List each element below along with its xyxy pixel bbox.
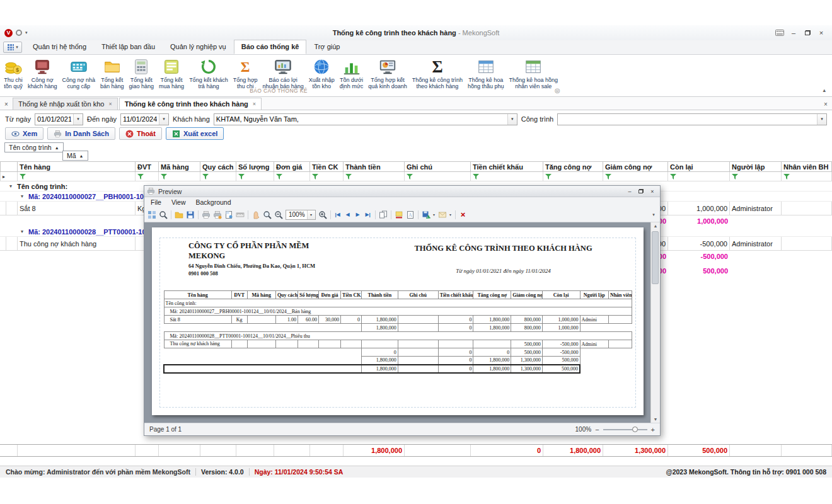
send-email-icon[interactable] <box>437 209 448 220</box>
column-header-nhan-vien-bh[interactable]: Nhân viên BH <box>782 161 832 172</box>
thumbnails-icon[interactable] <box>146 209 158 220</box>
print-list-button[interactable]: In Danh Sách <box>47 127 115 140</box>
doc-tab-thong-ke-nhap-xuat-ton-kho[interactable]: Thống kê nhập xuất tồn kho × <box>13 98 118 110</box>
ribbon-item-ton-duoi-dinh-muc[interactable]: Tồn dưới định mức <box>337 57 366 90</box>
tab-close-icon[interactable]: × <box>253 101 256 107</box>
preview-title-bar[interactable]: Preview – × <box>144 186 660 197</box>
cell-ten-hang[interactable]: Sắt 8 <box>18 202 136 215</box>
ribbon-item-thong-ke-cong-trinh-theo-khach-hang[interactable]: Σ Thống kê công trình theo khách hàng <box>410 57 465 90</box>
zoom-slider[interactable] <box>603 429 647 430</box>
ribbon-tab-thiet-lap-ban-dau[interactable]: Thiết lập ban đầu <box>94 40 163 54</box>
ribbon-item-tong-hop-ket-qua-kinh-doanh[interactable]: Tổng hợp kết quả kinh doanh <box>366 57 410 90</box>
group-by-chip-ma[interactable]: Mã ▲ <box>62 151 88 161</box>
expander-icon[interactable]: ▾ <box>18 192 26 201</box>
page-color-icon[interactable] <box>393 209 405 220</box>
column-header-dvt[interactable]: ĐVT <box>136 161 159 172</box>
zoom-out-icon[interactable] <box>273 209 284 220</box>
cell-con-lai[interactable]: -500,000 <box>668 237 730 251</box>
cell-nguoi-lap[interactable]: Administrator <box>730 202 782 215</box>
customer-input[interactable] <box>214 114 507 125</box>
save-icon[interactable] <box>185 209 196 220</box>
filter-cell-don-gia[interactable] <box>274 172 310 181</box>
prev-page-icon[interactable]: ◀ <box>343 209 353 220</box>
menu-background[interactable]: Background <box>191 198 236 206</box>
filter-cell-quy-cach[interactable] <box>200 172 236 181</box>
group-dialog-launcher-icon[interactable]: ◎ <box>555 87 560 94</box>
search-icon[interactable] <box>158 209 169 220</box>
filter-cell-tien-ck[interactable] <box>310 172 344 181</box>
filter-cell-ten-hang[interactable] <box>18 172 136 181</box>
ribbon-item-tong-ket-khach-tra-hang[interactable]: Tổng kết khách trả hàng <box>187 57 231 90</box>
tab-close-icon[interactable]: × <box>108 101 112 107</box>
expander-icon[interactable]: ▾ <box>18 227 26 236</box>
quick-access-dropdown-icon[interactable]: ▾ <box>25 30 28 35</box>
multiple-pages-icon[interactable] <box>378 209 389 220</box>
column-header-don-gia[interactable]: Đơn giá <box>274 161 310 172</box>
from-date-dropdown-icon[interactable]: ▾ <box>73 114 83 125</box>
customer-dropdown-icon[interactable]: ▾ <box>507 114 517 125</box>
zoom-dropdown-icon[interactable]: ▾ <box>307 210 315 219</box>
ribbon-item-cong-no-khach-hang[interactable]: Công nợ khách hàng <box>25 57 60 90</box>
restore-button[interactable] <box>802 28 813 38</box>
last-page-icon[interactable]: ▶| <box>363 209 373 220</box>
toolbar-overflow-icon[interactable]: ▾ <box>649 212 658 217</box>
filter-cell-dvt[interactable] <box>136 172 159 181</box>
to-date-input[interactable] <box>121 114 159 125</box>
cell-con-lai[interactable]: 1,000,000 <box>668 202 730 215</box>
column-header-ma-hang[interactable]: Mã hàng <box>159 161 200 172</box>
hand-tool-icon[interactable] <box>250 209 262 220</box>
filter-cell-ghi-chu[interactable] <box>405 172 471 181</box>
column-header-ghi-chu[interactable]: Ghi chú <box>405 161 471 172</box>
ribbon-item-thong-ke-hoa-hong-nhan-vien-sale[interactable]: Thống kê hoa hồng nhân viên sale <box>506 57 560 90</box>
export-dropdown-icon[interactable]: ▾ <box>432 209 437 220</box>
zoom-level-combo[interactable]: 100% ▾ <box>286 210 316 220</box>
quick-print-icon[interactable] <box>212 209 223 220</box>
zoom-in-icon[interactable] <box>317 209 328 220</box>
exit-button[interactable]: Thoát <box>119 127 162 140</box>
filter-cell-con-lai[interactable] <box>668 172 730 181</box>
ribbon-collapse-icon[interactable]: ▴ <box>823 87 826 93</box>
preview-close-button[interactable]: × <box>647 187 657 195</box>
filter-cell-nhan-vien-bh[interactable] <box>782 172 832 181</box>
column-header-tien-ck[interactable]: Tiền CK <box>310 161 344 172</box>
ribbon-tab-quan-tri-he-thong[interactable]: Quản trị hệ thống <box>25 40 94 54</box>
group-by-chip-ten-cong-trinh[interactable]: Tên công trình ▲ <box>4 142 64 152</box>
column-header-giam-cong-no[interactable]: Giảm công nợ <box>603 161 668 172</box>
ribbon-item-thu-chi-ton-quy[interactable]: $ Thu chi tồn quỹ <box>1 57 25 90</box>
ribbon-item-bao-cao-loi-nhuan[interactable]: Báo cáo lợi nhuận bán hàng <box>260 57 306 90</box>
column-header-con-lai[interactable]: Còn lại <box>668 161 730 172</box>
ribbon-tab-quan-ly-nghiep-vu[interactable]: Quản lý nghiệp vụ <box>163 40 234 54</box>
column-header-so-luong[interactable]: Số lượng <box>236 161 274 172</box>
expander-icon[interactable]: ▾ <box>6 181 15 191</box>
preview-minimize-button[interactable]: – <box>625 187 635 195</box>
column-header-tien-chiet-khau[interactable]: Tiền chiết khấu <box>471 161 543 172</box>
scroll-down-icon[interactable]: ▼ <box>654 417 658 421</box>
to-date-dropdown-icon[interactable]: ▾ <box>159 114 168 125</box>
tabstrip-close-left-icon[interactable]: × <box>0 99 13 110</box>
cell-ten-hang[interactable]: Thu công nợ khách hàng <box>18 237 136 251</box>
menu-file[interactable]: File <box>146 198 166 206</box>
ribbon-tab-tro-giup[interactable]: Trợ giúp <box>306 40 347 54</box>
close-button[interactable]: × <box>816 28 827 38</box>
email-dropdown-icon[interactable]: ▾ <box>448 209 453 220</box>
export-document-icon[interactable] <box>420 209 432 220</box>
scroll-up-icon[interactable]: ▲ <box>654 224 658 228</box>
column-header-tang-cong-no[interactable]: Tăng công nợ <box>543 161 603 172</box>
ribbon-item-tong-hop-thu-chi[interactable]: Σ Tổng hợp thu chi <box>231 57 260 90</box>
application-menu-button[interactable]: ▾ <box>3 42 22 53</box>
cell-nhan-vien-bh[interactable] <box>782 202 832 215</box>
project-dropdown-icon[interactable]: ▾ <box>817 114 826 125</box>
quick-access-circle-icon[interactable] <box>16 30 22 36</box>
ribbon-tab-bao-cao-thong-ke[interactable]: Báo cáo thống kê <box>234 40 307 54</box>
column-header-nguoi-lap[interactable]: Người lập <box>730 161 782 172</box>
doc-tab-thong-ke-cong-trinh-theo-khach-hang[interactable]: Thống kê công trình theo khách hàng × <box>119 98 262 110</box>
open-file-icon[interactable] <box>173 209 185 220</box>
filter-cell-giam-cong-no[interactable] <box>603 172 668 181</box>
tabstrip-close-right-icon[interactable]: × <box>819 99 832 110</box>
menu-view[interactable]: View <box>166 198 191 206</box>
group-by-panel[interactable]: Tên công trình ▲ Mã ▲ <box>0 141 832 161</box>
ribbon-item-tong-ket-ban-hang[interactable]: Tổng kết bán hàng <box>98 57 127 90</box>
page-setup-icon[interactable] <box>223 209 234 220</box>
ribbon-item-cong-no-nha-cung-cap[interactable]: Công nợ nhà cung cấp <box>60 57 98 90</box>
column-header-quy-cach[interactable]: Quy cách <box>200 161 236 172</box>
